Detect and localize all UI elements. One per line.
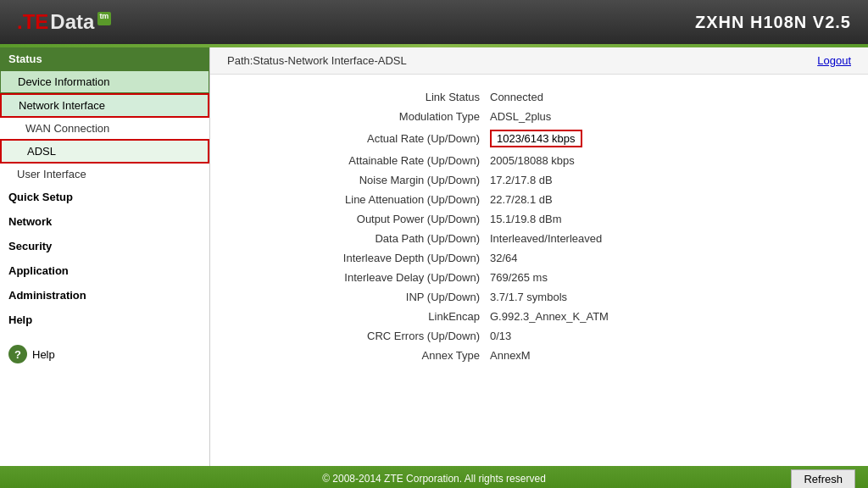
row-label: Actual Rate (Up/Down) bbox=[236, 132, 490, 145]
row-label: Attainable Rate (Up/Down) bbox=[236, 154, 490, 167]
sidebar-item-quick-setup[interactable]: Quick Setup bbox=[0, 185, 209, 209]
row-value: G.992.3_Annex_K_ATM bbox=[490, 310, 609, 323]
refresh-button[interactable]: Refresh bbox=[791, 469, 855, 489]
table-row: INP (Up/Down)3.7/1.7 symbols bbox=[236, 287, 843, 307]
main-layout: Status Device Information Network Interf… bbox=[0, 47, 868, 466]
row-label: Interleave Delay (Up/Down) bbox=[236, 271, 490, 284]
help-label: Help bbox=[32, 348, 55, 361]
main-content: Path:Status-Network Interface-ADSL Logou… bbox=[210, 47, 868, 466]
table-row: Data Path (Up/Down)Interleaved/Interleav… bbox=[236, 229, 843, 248]
row-label: Output Power (Up/Down) bbox=[236, 213, 490, 225]
table-row: Attainable Rate (Up/Down)2005/18088 kbps bbox=[236, 151, 843, 170]
table-row: Noise Margin (Up/Down)17.2/17.8 dB bbox=[236, 170, 843, 190]
row-value: 2005/18088 kbps bbox=[490, 154, 575, 167]
table-row: Output Power (Up/Down)15.1/19.8 dBm bbox=[236, 209, 843, 229]
sidebar-status-header[interactable]: Status bbox=[0, 47, 209, 70]
header: . TE Data tm ZXHN H108N V2.5 bbox=[0, 0, 868, 44]
help-section[interactable]: ? Help bbox=[0, 332, 209, 376]
row-value: 32/64 bbox=[490, 252, 518, 264]
row-value: ADSL_2plus bbox=[490, 110, 551, 123]
row-label: Data Path (Up/Down) bbox=[236, 232, 490, 245]
table-row: Interleave Depth (Up/Down)32/64 bbox=[236, 248, 843, 268]
logo: . TE Data tm bbox=[17, 10, 111, 34]
row-value: 22.7/28.1 dB bbox=[490, 193, 553, 206]
row-value: Connected bbox=[490, 91, 543, 103]
table-row: Modulation TypeADSL_2plus bbox=[236, 107, 843, 126]
row-value: 17.2/17.8 dB bbox=[490, 174, 553, 186]
table-row: Annex TypeAnnexM bbox=[236, 346, 843, 365]
help-icon: ? bbox=[8, 345, 27, 363]
row-label: CRC Errors (Up/Down) bbox=[236, 330, 490, 342]
adsl-data-table: Link StatusConnectedModulation TypeADSL_… bbox=[210, 75, 868, 466]
sidebar-item-administration[interactable]: Administration bbox=[0, 283, 209, 308]
footer-copyright: © 2008-2014 ZTE Corporation. All rights … bbox=[322, 473, 546, 485]
row-value: AnnexM bbox=[490, 349, 531, 362]
sidebar: Status Device Information Network Interf… bbox=[0, 47, 210, 466]
table-row: LinkEncapG.992.3_Annex_K_ATM bbox=[236, 307, 843, 326]
table-row: Actual Rate (Up/Down)1023/6143 kbps bbox=[236, 126, 843, 151]
logout-button[interactable]: Logout bbox=[817, 54, 851, 67]
sidebar-item-security[interactable]: Security bbox=[0, 234, 209, 258]
sidebar-item-network-interface[interactable]: Network Interface bbox=[0, 93, 209, 118]
row-label: Noise Margin (Up/Down) bbox=[236, 174, 490, 186]
row-label: LinkEncap bbox=[236, 310, 490, 323]
table-row: Link StatusConnected bbox=[236, 87, 843, 107]
sidebar-item-adsl[interactable]: ADSL bbox=[0, 139, 209, 164]
row-label: Link Status bbox=[236, 91, 490, 103]
row-label: Annex Type bbox=[236, 349, 490, 362]
sidebar-item-help[interactable]: Help bbox=[0, 308, 209, 332]
row-value: 3.7/1.7 symbols bbox=[490, 291, 567, 303]
sidebar-item-wan-connection[interactable]: WAN Connection bbox=[0, 118, 209, 139]
row-label: INP (Up/Down) bbox=[236, 291, 490, 303]
table-row: Interleave Delay (Up/Down)769/265 ms bbox=[236, 268, 843, 287]
row-label: Modulation Type bbox=[236, 110, 490, 123]
table-row: Line Attenuation (Up/Down)22.7/28.1 dB bbox=[236, 190, 843, 209]
row-label: Interleave Depth (Up/Down) bbox=[236, 252, 490, 264]
row-value: Interleaved/Interleaved bbox=[490, 232, 602, 245]
sidebar-item-network[interactable]: Network bbox=[0, 209, 209, 234]
row-value: 1023/6143 kbps bbox=[490, 130, 582, 147]
row-label: Line Attenuation (Up/Down) bbox=[236, 193, 490, 206]
sidebar-item-device-information[interactable]: Device Information bbox=[0, 70, 209, 93]
device-title: ZXHN H108N V2.5 bbox=[695, 13, 851, 32]
sidebar-item-application[interactable]: Application bbox=[0, 258, 209, 283]
row-value: 0/13 bbox=[490, 330, 511, 342]
table-row: CRC Errors (Up/Down)0/13 bbox=[236, 326, 843, 346]
breadcrumb-bar: Path:Status-Network Interface-ADSL Logou… bbox=[210, 47, 868, 75]
sidebar-item-user-interface[interactable]: User Interface bbox=[0, 164, 209, 185]
footer: © 2008-2014 ZTE Corporation. All rights … bbox=[0, 466, 868, 488]
breadcrumb: Path:Status-Network Interface-ADSL bbox=[227, 54, 407, 67]
row-value: 769/265 ms bbox=[490, 271, 548, 284]
row-value: 15.1/19.8 dBm bbox=[490, 213, 562, 225]
